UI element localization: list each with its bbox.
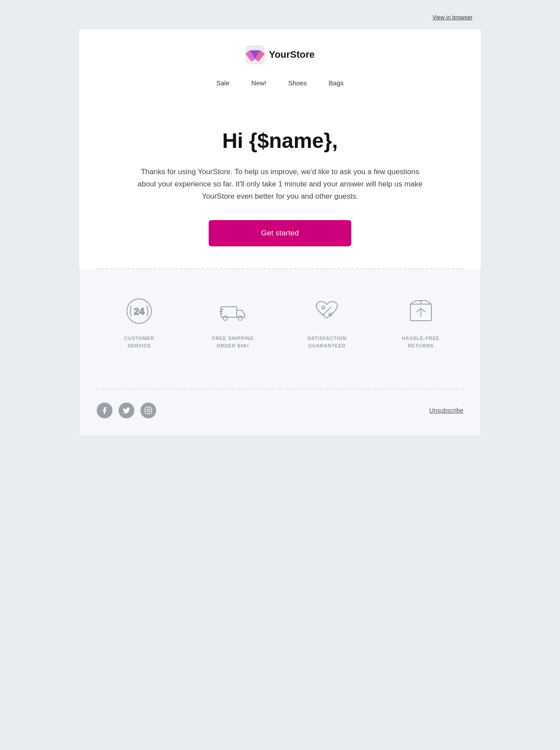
returns-icon-wrap (405, 295, 437, 327)
feature-free-shipping: FREE SHIPPINGORDER $49+ (186, 291, 280, 354)
unsubscribe-link[interactable]: Unsubscribe (429, 407, 463, 414)
svg-text:24: 24 (134, 306, 145, 317)
features-grid: 24 CUSTOMERSERVICE (92, 291, 468, 354)
email-hero: Hi {$name}, Thanks for using YourStore. … (79, 102, 481, 268)
svg-point-11 (329, 313, 332, 316)
returns-icon (407, 297, 435, 325)
returns-label: HASSLE-FREERETURNS (402, 335, 440, 349)
satisfaction-label: SATISFACTIONGUARANTEED (308, 335, 346, 349)
feature-returns: HASSLE-FREERETURNS (374, 291, 468, 354)
features-section: 24 CUSTOMERSERVICE (79, 269, 481, 375)
facebook-icon[interactable] (97, 403, 112, 418)
logo-text: YourStore (269, 49, 315, 60)
hero-heading: Hi {$name}, (114, 129, 446, 153)
view-in-browser-bar: View in browser (79, 9, 481, 25)
footer-content: Unsubscribe (97, 403, 463, 418)
free-shipping-icon (219, 297, 247, 325)
svg-point-4 (223, 316, 228, 320)
svg-rect-3 (221, 307, 237, 317)
nav-item-new[interactable]: New! (252, 79, 266, 87)
feature-customer-service: 24 CUSTOMERSERVICE (92, 291, 186, 354)
nav-item-shoes[interactable]: Shoes (288, 79, 307, 87)
free-shipping-label: FREE SHIPPINGORDER $49+ (212, 335, 254, 349)
feature-satisfaction: SATISFACTIONGUARANTEED (280, 291, 374, 354)
free-shipping-icon-wrap (217, 295, 249, 327)
svg-point-16 (147, 409, 150, 412)
instagram-icon[interactable] (140, 403, 156, 418)
section-divider-bottom (97, 389, 463, 389)
customer-service-label: CUSTOMERSERVICE (124, 335, 154, 349)
svg-point-17 (150, 408, 150, 409)
get-started-button[interactable]: Get started (209, 220, 351, 246)
email-header: YourStore Sale New! Shoes Bags (79, 29, 481, 102)
svg-point-10 (322, 306, 325, 309)
svg-point-5 (238, 316, 242, 320)
svg-line-9 (322, 307, 331, 315)
view-in-browser-link[interactable]: View in browser (432, 14, 472, 21)
twitter-icon[interactable] (119, 403, 134, 418)
email-footer: Unsubscribe (79, 375, 481, 436)
nav-item-bags[interactable]: Bags (329, 79, 343, 87)
nav-bar: Sale New! Shoes Bags (97, 75, 463, 94)
svg-rect-15 (145, 407, 152, 414)
customer-service-icon: 24 (125, 297, 153, 325)
social-icons (97, 403, 156, 418)
satisfaction-icon-wrap (311, 295, 343, 327)
satisfaction-icon (313, 297, 341, 325)
hero-body: Thanks for using YourStore. To help us i… (136, 166, 424, 203)
logo-icon (245, 45, 265, 64)
email-container: YourStore Sale New! Shoes Bags Hi {$name… (79, 29, 481, 436)
logo-area: YourStore (97, 45, 463, 64)
customer-service-icon-wrap: 24 (123, 295, 155, 327)
nav-item-sale[interactable]: Sale (217, 79, 230, 87)
